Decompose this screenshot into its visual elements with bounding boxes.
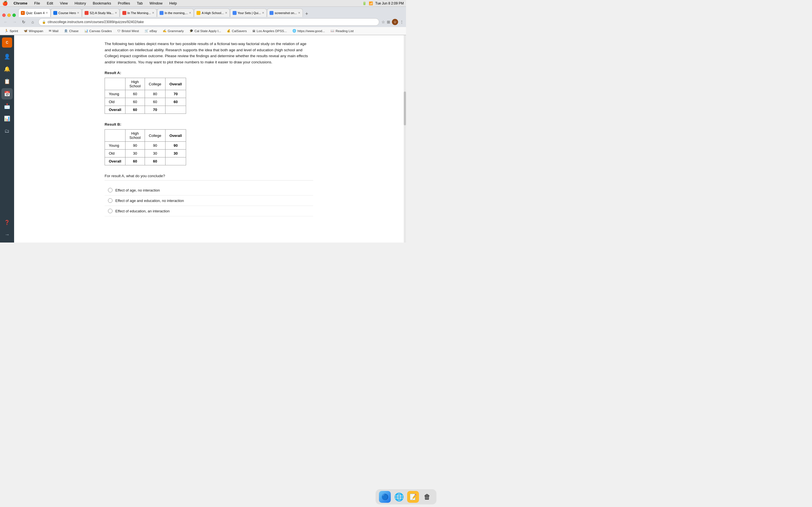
tab-4[interactable]: In The Morning... ✕ xyxy=(120,8,157,17)
radio-button-2[interactable] xyxy=(108,198,112,203)
cell-young-overall-b: 90 xyxy=(165,142,186,150)
menu-profiles[interactable]: Profiles xyxy=(117,1,131,6)
extensions-icon[interactable]: ⊞ xyxy=(387,20,390,24)
tab-6[interactable]: A High School... ✕ xyxy=(194,8,230,17)
fullscreen-button[interactable] xyxy=(12,13,16,17)
menu-bookmarks[interactable]: Bookmarks xyxy=(92,1,112,6)
radio-option-1[interactable]: Effect of age, no interaction xyxy=(105,185,313,195)
lms-nav-files[interactable]: 🗂 xyxy=(1,125,13,136)
bookmark-calsavers[interactable]: 💰 CalSavers xyxy=(224,29,249,33)
tab-7[interactable]: Your Sets | Qui... ✕ xyxy=(230,8,267,17)
tab-close-4[interactable]: ✕ xyxy=(152,11,154,14)
cell-overall-college-b: 60 xyxy=(145,158,165,165)
menu-help[interactable]: Help xyxy=(168,1,178,6)
tab-close-1[interactable]: ✕ xyxy=(46,11,48,14)
refresh-button[interactable]: ↻ xyxy=(20,18,27,25)
menu-chrome[interactable]: Chrome xyxy=(12,1,29,6)
radio-option-3[interactable]: Effect of education, an interaction xyxy=(105,206,313,216)
menu-dots[interactable]: ⋮ xyxy=(400,20,404,24)
close-button[interactable] xyxy=(2,13,6,17)
apple-menu[interactable]: 🍎 xyxy=(2,1,8,6)
tab-label-1: Quiz: Exam 4 xyxy=(26,11,45,15)
bookmark-ebay[interactable]: 🛒 eBay xyxy=(142,29,159,33)
tab-favicon-7 xyxy=(233,11,237,15)
tab-favicon-6 xyxy=(197,11,200,15)
tab-label-8: screenshot on... xyxy=(274,11,297,15)
lms-nav-collapse[interactable]: → xyxy=(1,229,13,240)
menu-history[interactable]: History xyxy=(73,1,87,6)
bookmark-sprint[interactable]: 🏃 Sprint xyxy=(2,29,20,33)
tab-close-6[interactable]: ✕ xyxy=(225,11,227,14)
radio-button-1[interactable] xyxy=(108,188,112,192)
bookmark-favicon-wingspan: 🦋 xyxy=(24,29,28,33)
lms-nav-grades[interactable]: 📊 xyxy=(1,113,13,124)
bookmark-grammarly[interactable]: ✍ Grammarly xyxy=(160,29,186,33)
table-row: HighSchool College Overall xyxy=(105,129,186,142)
bookmark-cal-state-apply[interactable]: 🎓 Cal State Apply I... xyxy=(187,29,223,33)
cell-young-college-b: 90 xyxy=(145,142,165,150)
new-tab-button[interactable]: + xyxy=(303,11,311,17)
table-row: Overall 60 70 xyxy=(105,106,186,114)
lms-nav-inbox[interactable]: 📩 xyxy=(1,101,13,112)
bookmark-reading-list[interactable]: 📖 Reading List xyxy=(328,29,356,33)
bookmark-favicon-cal-state: 🎓 xyxy=(190,29,193,33)
col-header-overall-b: Overall xyxy=(165,129,186,142)
menu-view[interactable]: View xyxy=(59,1,69,6)
wifi-icon: 📶 xyxy=(369,1,373,5)
tab-label-7: Your Sets | Qui... xyxy=(238,11,261,15)
cell-old-college-b: 30 xyxy=(145,150,165,158)
menu-file[interactable]: File xyxy=(33,1,41,6)
menu-edit[interactable]: Edit xyxy=(46,1,54,6)
tab-8[interactable]: screenshot on... ✕ xyxy=(267,8,303,17)
cell-overall-hs-a: 60 xyxy=(125,106,145,114)
tab-close-8[interactable]: ✕ xyxy=(298,11,300,14)
lms-logo: C xyxy=(2,38,12,48)
tab-close-5[interactable]: ✕ xyxy=(189,11,191,14)
bookmark-star[interactable]: ☆ xyxy=(382,20,385,24)
tab-course-hero[interactable]: Course Hero ✕ xyxy=(51,8,82,17)
minimize-button[interactable] xyxy=(7,13,11,17)
tab-close-2[interactable]: ✕ xyxy=(77,11,79,14)
radio-option-2[interactable]: Effect of age and education, no interact… xyxy=(105,195,313,206)
bookmark-la-dpss[interactable]: 🏛 Los Angeles DPSS... xyxy=(250,29,289,33)
cell-overall-hs-b: 60 xyxy=(125,158,145,165)
scrollbar[interactable] xyxy=(404,35,406,242)
table-row: Overall 60 60 xyxy=(105,158,186,165)
bookmark-favicon-mail: ✉ xyxy=(49,29,51,33)
bookmarks-bar: 🏃 Sprint 🦋 Wingspan ✉ Mail 🏦 Chase 📊 Can… xyxy=(0,27,406,35)
lms-nav-help[interactable]: ❓ xyxy=(1,217,13,228)
radio-button-3[interactable] xyxy=(108,209,112,213)
bookmark-chase[interactable]: 🏦 Chase xyxy=(62,29,81,33)
lms-nav-calendar[interactable]: 📅 xyxy=(1,88,13,100)
url-bar[interactable]: 🔒 citruscollege.instructure.com/courses/… xyxy=(38,18,379,25)
table-row: Young 90 90 90 xyxy=(105,142,186,150)
tab-favicon-8 xyxy=(269,11,273,15)
lms-nav-account[interactable]: 👤 xyxy=(1,51,13,62)
row-label-young-a: Young xyxy=(105,90,125,98)
menu-window[interactable]: Window xyxy=(148,1,163,6)
bookmark-favicon-goodreads: 🌐 xyxy=(292,29,296,33)
bookmark-canvas-grades[interactable]: 📊 Canvas Grades xyxy=(82,29,114,33)
col-header-college-b: College xyxy=(145,129,165,142)
lms-nav-notifications[interactable]: 🔔 xyxy=(1,63,13,75)
tab-3[interactable]: 52) A Study Wa... ✕ xyxy=(82,8,119,17)
scrollbar-thumb[interactable] xyxy=(404,92,406,125)
profile-avatar[interactable]: U xyxy=(392,19,398,25)
bookmark-wingspan[interactable]: 🦋 Wingspan xyxy=(21,29,45,33)
tab-close-7[interactable]: ✕ xyxy=(262,11,264,14)
tab-favicon-4 xyxy=(122,11,126,15)
tab-5[interactable]: In the morning,... ✕ xyxy=(157,8,194,17)
forward-button[interactable]: → xyxy=(11,18,18,25)
tab-quiz-exam4[interactable]: C Quiz: Exam 4 ✕ xyxy=(18,8,50,17)
menu-tab[interactable]: Tab xyxy=(136,1,144,6)
tab-close-3[interactable]: ✕ xyxy=(115,11,117,14)
back-button[interactable]: ← xyxy=(2,18,9,25)
menu-bar-right: 🔋 📶 Tue Jun 8 2:09 PM xyxy=(362,1,404,5)
bookmark-mail[interactable]: ✉ Mail xyxy=(47,29,61,33)
bookmark-goodreads[interactable]: 🌐 https://www.good... xyxy=(290,29,327,33)
tab-label-5: In the morning,... xyxy=(165,11,188,15)
lms-sidebar: C 👤 🔔 📋 📅 📩 📊 🗂 ❓ → xyxy=(0,35,14,242)
bookmark-bristol-west[interactable]: 🛡 Bristol West xyxy=(115,29,141,33)
lms-nav-assignments[interactable]: 📋 xyxy=(1,76,13,87)
home-button[interactable]: ⌂ xyxy=(29,18,36,25)
